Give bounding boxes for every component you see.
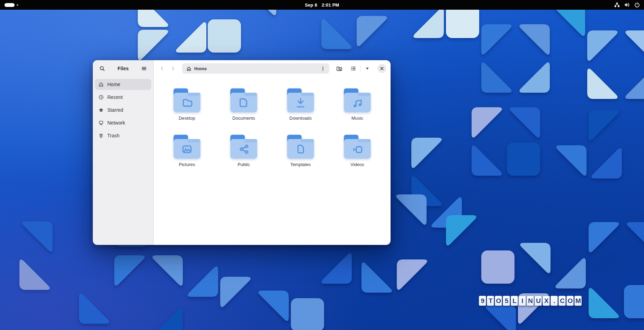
- folder-item-desktop[interactable]: Desktop: [160, 87, 214, 121]
- templates-folder-icon: [285, 134, 316, 160]
- sidebar: Files HomeRecentStarredNetworkTrash: [93, 60, 154, 245]
- folder-item-music[interactable]: Music: [330, 87, 385, 121]
- view-options-button[interactable]: [362, 63, 373, 74]
- sidebar-item-label: Network: [107, 120, 125, 126]
- folder-label: Pictures: [179, 162, 195, 167]
- recent-icon: [98, 94, 104, 100]
- trash-icon: [98, 133, 104, 138]
- watermark-tile: U: [535, 296, 542, 306]
- view-switcher: [348, 63, 373, 74]
- file-grid: DesktopDocumentsDownloadsMusicPicturesPu…: [154, 77, 391, 245]
- volume-icon[interactable]: [624, 2, 630, 8]
- public-folder-icon: [229, 134, 259, 160]
- watermark-tile: 5: [503, 296, 510, 306]
- search-in-folder-button[interactable]: [334, 63, 345, 74]
- sidebar-list: HomeRecentStarredNetworkTrash: [93, 77, 153, 143]
- folder-label: Templates: [290, 162, 311, 167]
- menu-icon: [141, 66, 147, 71]
- watermark-tile: 9: [479, 296, 486, 306]
- folder-item-documents[interactable]: Documents: [216, 87, 271, 121]
- sidebar-item-recent[interactable]: Recent: [95, 92, 151, 103]
- clock-time: 2:01 PM: [322, 2, 339, 8]
- main-menu-button[interactable]: [139, 63, 149, 74]
- chevron-left-icon: [160, 66, 164, 71]
- forward-button[interactable]: [168, 64, 178, 73]
- sidebar-item-trash[interactable]: Trash: [95, 130, 151, 141]
- watermark-tile: X: [543, 296, 550, 306]
- main-pane: Home: [154, 60, 391, 245]
- power-icon[interactable]: [634, 2, 640, 8]
- home-icon: [98, 82, 104, 87]
- watermark-tile: N: [527, 296, 534, 306]
- folder-label: Documents: [232, 116, 255, 121]
- search-icon: [99, 66, 105, 71]
- chevron-right-icon: [171, 66, 176, 71]
- path-bar[interactable]: Home: [182, 63, 329, 74]
- network-wired-icon[interactable]: [614, 2, 620, 8]
- watermark-tile: O: [495, 296, 502, 306]
- watermark-tile: T: [487, 296, 494, 306]
- watermark-tile: I: [519, 296, 526, 306]
- watermark-tile: O: [566, 296, 574, 306]
- location-menu-button[interactable]: [318, 64, 327, 73]
- folder-item-templates[interactable]: Templates: [273, 134, 328, 167]
- desktop-folder-icon: [172, 87, 202, 113]
- videos-folder-icon: [342, 134, 373, 160]
- folder-search-icon: [336, 65, 342, 72]
- watermark: 9TO5LINUX.COM: [478, 296, 582, 306]
- folder-label: Videos: [350, 162, 364, 167]
- back-button[interactable]: [157, 64, 167, 73]
- header-bar: Home: [154, 60, 391, 77]
- watermark-tile: .: [551, 296, 558, 306]
- sidebar-item-label: Recent: [107, 94, 123, 100]
- starred-icon: [98, 107, 104, 113]
- folder-item-downloads[interactable]: Downloads: [273, 87, 328, 121]
- list-view-icon: [350, 66, 356, 71]
- list-view-button[interactable]: [348, 63, 358, 74]
- files-window: Files HomeRecentStarredNetworkTrash: [93, 60, 391, 245]
- kebab-menu-icon: [320, 66, 325, 71]
- folder-item-videos[interactable]: Videos: [330, 134, 385, 167]
- sidebar-item-label: Home: [107, 82, 120, 87]
- sidebar-item-starred[interactable]: Starred: [95, 104, 151, 116]
- toolbar-actions: [334, 63, 387, 74]
- current-location: Home: [194, 66, 207, 71]
- sidebar-header: Files: [93, 60, 153, 77]
- watermark-tile: L: [511, 296, 518, 306]
- caret-down-icon: [365, 66, 369, 71]
- folder-label: Music: [351, 116, 363, 121]
- sidebar-item-label: Trash: [107, 133, 119, 138]
- close-icon: [379, 66, 384, 71]
- sidebar-item-label: Starred: [107, 107, 123, 113]
- divider: [360, 65, 360, 72]
- documents-folder-icon: [229, 87, 259, 113]
- system-status-area[interactable]: [614, 0, 640, 10]
- folder-item-pictures[interactable]: Pictures: [160, 134, 214, 167]
- folder-item-public[interactable]: Public: [216, 134, 271, 167]
- watermark-tile: M: [574, 296, 582, 306]
- pictures-folder-icon: [172, 134, 202, 160]
- app-title: Files: [118, 66, 129, 71]
- close-button[interactable]: [377, 64, 386, 73]
- music-folder-icon: [342, 87, 373, 113]
- folder-label: Downloads: [289, 116, 312, 121]
- clock[interactable]: Sep 8 2:01 PM: [0, 0, 644, 10]
- folder-label: Public: [238, 162, 250, 167]
- network-icon: [98, 120, 104, 126]
- sidebar-item-network[interactable]: Network: [95, 117, 151, 128]
- downloads-folder-icon: [285, 87, 316, 113]
- home-icon: [186, 66, 191, 71]
- top-bar: Sep 8 2:01 PM: [0, 0, 644, 10]
- search-button[interactable]: [97, 63, 107, 74]
- folder-label: Desktop: [179, 116, 195, 121]
- clock-date: Sep 8: [305, 2, 317, 8]
- watermark-tile: C: [558, 296, 566, 306]
- sidebar-item-home[interactable]: Home: [95, 79, 151, 90]
